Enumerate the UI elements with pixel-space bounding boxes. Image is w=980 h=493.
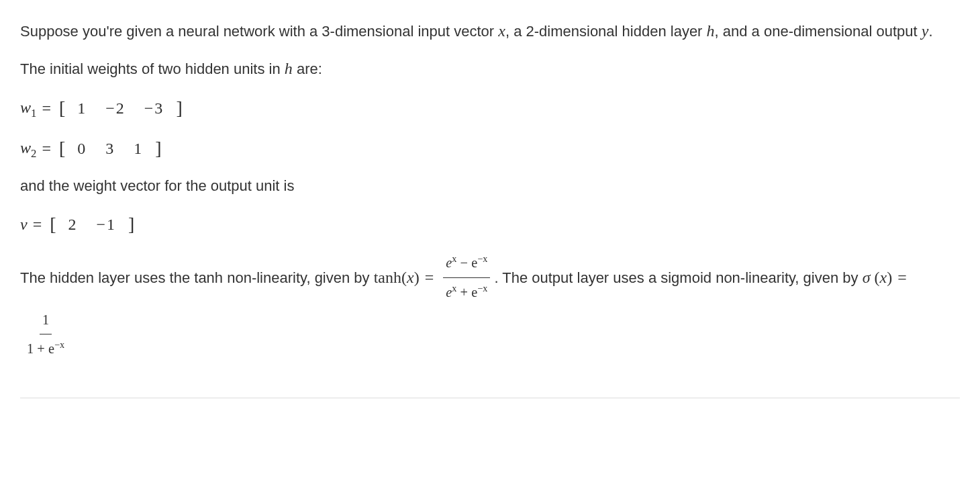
matrix-value: −1 <box>97 216 117 233</box>
superscript-negx: −x <box>54 340 64 351</box>
subscript-2: 2 <box>31 146 36 159</box>
equals-sign: = <box>33 212 42 236</box>
problem-statement: Suppose you're given a neural network wi… <box>20 19 960 364</box>
right-bracket: ] <box>155 134 161 163</box>
equation-w1: w1 = [ 1 −2 −3 ] <box>20 94 960 122</box>
equals-sign: = <box>42 136 51 161</box>
left-bracket: [ <box>50 210 56 238</box>
matrix-value: 2 <box>68 216 78 233</box>
equation-w2: w2 = [ 0 3 1 ] <box>20 134 960 163</box>
text-fragment: The initial weights of two hidden units … <box>20 60 285 77</box>
tanh-label: tanh <box>374 269 401 286</box>
w2-symbol: w2 <box>20 136 36 162</box>
text-fragment: , and a one-dimensional output <box>715 23 922 40</box>
e-symbol: e <box>446 255 452 270</box>
intro-paragraph: Suppose you're given a neural network wi… <box>20 19 960 43</box>
matrix-values: 1 −2 −3 <box>65 96 176 120</box>
denominator: 1 + e−x <box>24 334 67 363</box>
text-fragment: Suppose you're given a neural network wi… <box>20 23 498 40</box>
subscript-1: 1 <box>31 106 36 119</box>
variable-x: x <box>879 269 887 286</box>
variable-y: y <box>922 22 929 40</box>
right-bracket: ] <box>128 210 134 238</box>
matrix-w1: [ 1 −2 −3 ] <box>59 94 183 122</box>
text-fragment: The hidden layer uses the tanh non-linea… <box>20 269 374 286</box>
matrix-value: −3 <box>144 99 164 117</box>
text-fragment: , a 2-dimensional hidden layer <box>505 23 707 40</box>
variable-h: h <box>285 60 293 77</box>
w1-symbol: w1 <box>20 95 36 122</box>
matrix-w2: [ 0 3 1 ] <box>59 134 162 163</box>
tanh-fraction: ex − e−xex + e−x <box>443 249 490 306</box>
w-label: w <box>20 139 31 156</box>
variable-x: x <box>407 269 414 286</box>
text-fragment: . The output layer uses a sigmoid non-li… <box>494 269 862 286</box>
close-paren: ) <box>414 269 420 286</box>
equation-v: v = [ 2 −1 ] <box>20 210 960 238</box>
equals-sign: = <box>897 269 907 286</box>
variable-x: x <box>498 22 505 40</box>
matrix-value: 1 <box>77 99 87 117</box>
equals-sign: = <box>425 269 434 286</box>
section-divider <box>20 398 960 398</box>
right-bracket: ] <box>176 94 182 122</box>
output-weight-intro: and the weight vector for the output uni… <box>20 175 960 197</box>
superscript-negx: −x <box>477 253 487 264</box>
minus-e: − e <box>456 255 477 270</box>
matrix-v: [ 2 −1 ] <box>50 210 134 238</box>
weights-intro: The initial weights of two hidden units … <box>20 56 960 81</box>
one-plus-e: 1 + e <box>27 341 54 356</box>
nonlinearity-paragraph: The hidden layer uses the tanh non-linea… <box>20 251 960 364</box>
sigma-label: σ <box>863 269 871 286</box>
matrix-value: −2 <box>105 99 126 117</box>
matrix-value: 3 <box>105 140 115 157</box>
plus-e: + e <box>456 285 477 300</box>
text-fragment: . <box>928 23 932 40</box>
denominator: ex + e−x <box>443 278 490 306</box>
left-bracket: [ <box>59 134 65 163</box>
sigmoid-fraction: 11 + e−x <box>24 306 67 363</box>
numerator: ex − e−x <box>443 249 490 278</box>
matrix-values: 2 −1 <box>56 212 129 236</box>
w-label: w <box>20 99 31 116</box>
equals-sign: = <box>42 96 51 120</box>
tanh-expression: tanh(x)=ex − e−xex + e−x <box>374 269 495 286</box>
superscript-negx: −x <box>477 283 487 294</box>
matrix-value: 0 <box>77 140 87 157</box>
left-bracket: [ <box>59 94 65 122</box>
matrix-values: 0 3 1 <box>65 136 155 161</box>
variable-h: h <box>707 22 715 40</box>
v-symbol: v <box>20 212 28 236</box>
text-fragment: are: <box>293 60 322 77</box>
e-symbol: e <box>446 285 452 300</box>
close-paren: ) <box>887 269 892 286</box>
matrix-value: 1 <box>134 140 143 157</box>
numerator: 1 <box>40 306 52 335</box>
open-paren: ( <box>401 269 407 286</box>
